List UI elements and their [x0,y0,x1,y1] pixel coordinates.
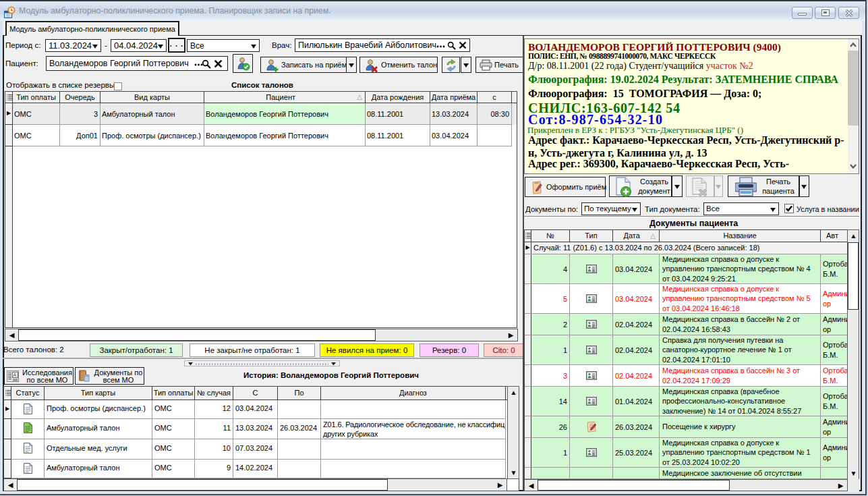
svg-text:A:: A: [13,373,18,377]
